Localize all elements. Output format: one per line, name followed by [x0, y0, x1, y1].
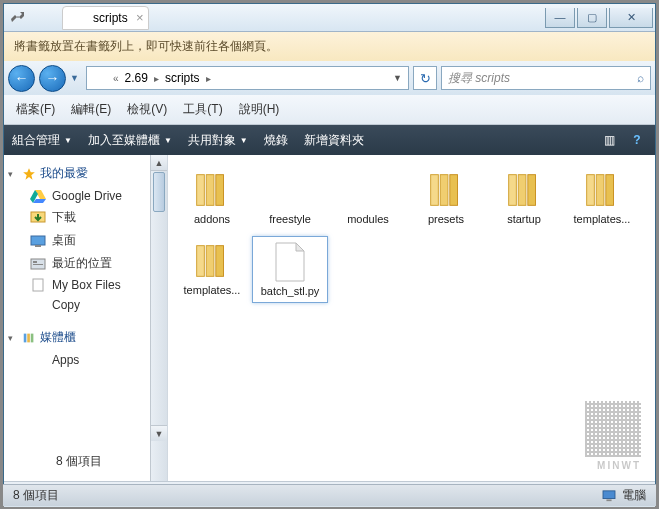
chevron-right-icon[interactable]: « — [109, 73, 123, 84]
navigation-pane: ▾ 我的最愛 Google Drive 下載 桌面 — [4, 155, 168, 481]
favorites-group[interactable]: ▾ 我的最愛 — [6, 161, 148, 186]
libraries-label: 媒體櫃 — [40, 329, 76, 346]
include-library-button[interactable]: 加入至媒體櫃▼ — [88, 132, 172, 149]
share-button[interactable]: 共用對象▼ — [188, 132, 248, 149]
window-controls: — ▢ ✕ — [545, 8, 655, 28]
folder-icon — [91, 71, 105, 85]
svg-rect-12 — [31, 333, 34, 342]
sidebar-item-copy[interactable]: Copy — [6, 295, 148, 315]
tab-title: scripts — [93, 11, 128, 25]
folder-icon — [71, 11, 87, 25]
search-icon[interactable]: ⌕ — [637, 71, 644, 85]
command-bar: 組合管理▼ 加入至媒體櫃▼ 共用對象▼ 燒錄 新增資料夾 ▥ ? — [4, 125, 655, 155]
library-icon — [22, 331, 36, 345]
item-name: startup — [507, 213, 541, 226]
folder-item[interactable]: templates... — [174, 236, 250, 303]
folder-icon — [501, 170, 547, 210]
folder-item[interactable]: freestyle — [252, 165, 328, 230]
menu-edit[interactable]: 編輯(E) — [65, 99, 117, 120]
refresh-button[interactable]: ↻ — [413, 66, 437, 90]
folder-item[interactable]: presets — [408, 165, 484, 230]
menu-view[interactable]: 檢視(V) — [121, 99, 173, 120]
burn-button[interactable]: 燒錄 — [264, 132, 288, 149]
svg-rect-13 — [603, 490, 615, 498]
folder-item[interactable]: addons — [174, 165, 250, 230]
item-name: freestyle — [269, 213, 311, 226]
title-bar: scripts × — ▢ ✕ — [4, 4, 655, 32]
folder-icon — [10, 445, 46, 477]
search-input[interactable]: 搜尋 scripts ⌕ — [441, 66, 651, 90]
folder-icon — [30, 353, 46, 367]
item-name: modules — [347, 213, 389, 226]
scroll-up-icon[interactable]: ▲ — [151, 155, 167, 171]
svg-rect-10 — [24, 333, 27, 342]
menu-file[interactable]: 檔案(F) — [10, 99, 61, 120]
new-folder-button[interactable]: 新增資料夾 — [304, 132, 364, 149]
status-bar: 8 個項目 電腦 — [3, 484, 656, 506]
menu-help[interactable]: 說明(H) — [233, 99, 286, 120]
status-computer: 電腦 — [622, 487, 646, 504]
menu-bar: 檔案(F) 編輯(E) 檢視(V) 工具(T) 說明(H) — [4, 95, 655, 125]
sidebar-item-label: Google Drive — [52, 189, 122, 203]
folder-item[interactable]: templates... — [564, 165, 640, 230]
forward-button[interactable]: → — [39, 65, 66, 92]
minimize-button[interactable]: — — [545, 8, 575, 28]
svg-rect-5 — [35, 245, 41, 247]
close-button[interactable]: ✕ — [609, 8, 653, 28]
folder-item[interactable]: modules — [330, 165, 406, 230]
scroll-down-icon[interactable]: ▼ — [151, 425, 167, 441]
view-options-button[interactable]: ▥ — [599, 133, 619, 147]
sidebar-item-desktop[interactable]: 桌面 — [6, 229, 148, 252]
svg-rect-4 — [31, 236, 45, 245]
window-tab[interactable]: scripts × — [62, 6, 149, 30]
recent-icon — [30, 257, 46, 271]
scroll-thumb[interactable] — [153, 172, 165, 212]
folder-item[interactable]: startup — [486, 165, 562, 230]
explorer-window: scripts × — ▢ ✕ 將書籤放置在書籤列上，即可快速前往各個網頁。 ←… — [3, 3, 656, 506]
sidebar-item-label: 最近的位置 — [52, 255, 112, 272]
sidebar-item-label: Copy — [52, 298, 80, 312]
maximize-button[interactable]: ▢ — [577, 8, 607, 28]
star-icon — [22, 167, 36, 181]
app-icon — [10, 10, 26, 26]
menu-tools[interactable]: 工具(T) — [177, 99, 228, 120]
svg-rect-11 — [27, 333, 30, 342]
sidebar-item-downloads[interactable]: 下載 — [6, 206, 148, 229]
breadcrumb-segment[interactable]: 2.69 — [123, 71, 150, 85]
folder-icon — [189, 170, 235, 210]
folder-icon — [30, 298, 46, 312]
drive-icon — [30, 189, 46, 203]
sidebar-item-box[interactable]: My Box Files — [6, 275, 148, 295]
status-item-count: 8 個項目 — [13, 487, 59, 504]
chevron-down-icon[interactable]: ▾ — [8, 169, 18, 179]
tab-close-icon[interactable]: × — [136, 10, 144, 25]
svg-rect-7 — [33, 261, 37, 263]
info-bar: 將書籤放置在書籤列上，即可快速前往各個網頁。 — [4, 32, 655, 61]
chevron-right-icon[interactable]: ▸ — [202, 73, 215, 84]
back-button[interactable]: ← — [8, 65, 35, 92]
preview-pane: 8 個項目 — [10, 441, 147, 481]
chevron-down-icon[interactable]: ▾ — [8, 333, 18, 343]
sidebar-item-recent[interactable]: 最近的位置 — [6, 252, 148, 275]
file-item[interactable]: batch_stl.py — [252, 236, 328, 303]
breadcrumb-segment[interactable]: scripts — [163, 71, 202, 85]
file-list[interactable]: addonsfreestylemodulespresetsstartuptemp… — [168, 155, 655, 481]
sidebar-scrollbar[interactable]: ▲ ▼ — [150, 155, 167, 481]
folder-icon — [267, 170, 313, 210]
favorites-label: 我的最愛 — [40, 165, 88, 182]
item-name: presets — [428, 213, 464, 226]
qr-watermark — [585, 401, 641, 457]
file-icon — [30, 278, 46, 292]
address-dropdown-icon[interactable]: ▼ — [387, 73, 408, 83]
organize-button[interactable]: 組合管理▼ — [12, 132, 72, 149]
libraries-group[interactable]: ▾ 媒體櫃 — [6, 325, 148, 350]
nav-history-dropdown[interactable]: ▼ — [70, 73, 82, 83]
watermark-text: MINWT — [597, 460, 641, 471]
help-button[interactable]: ? — [627, 133, 647, 147]
address-bar[interactable]: « 2.69 ▸ scripts ▸ ▼ — [86, 66, 409, 90]
sidebar-item-apps[interactable]: Apps — [6, 350, 148, 370]
folder-icon — [345, 170, 391, 210]
chevron-right-icon[interactable]: ▸ — [150, 73, 163, 84]
sidebar-item-google-drive[interactable]: Google Drive — [6, 186, 148, 206]
computer-icon — [602, 490, 616, 502]
